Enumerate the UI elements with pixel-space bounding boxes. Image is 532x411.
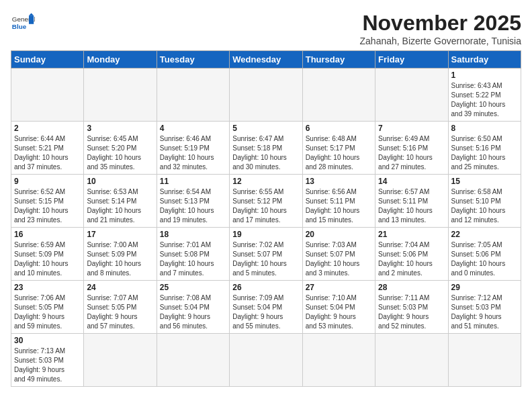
day-number: 16: [14, 230, 81, 239]
day-info: Sunrise: 7:00 AM Sunset: 5:09 PM Dayligh…: [87, 240, 153, 278]
day-info: Sunrise: 7:13 AM Sunset: 5:03 PM Dayligh…: [14, 347, 81, 384]
day-info: Sunrise: 7:07 AM Sunset: 5:05 PM Dayligh…: [87, 293, 153, 331]
calendar-cell: [448, 334, 521, 387]
calendar-cell: [84, 334, 157, 387]
calendar-cell: 28Sunrise: 7:11 AM Sunset: 5:03 PM Dayli…: [375, 281, 448, 334]
calendar-cell: 21Sunrise: 7:04 AM Sunset: 5:06 PM Dayli…: [375, 228, 448, 281]
calendar-cell: [157, 334, 229, 387]
day-number: 2: [14, 124, 81, 133]
weekday-header-tuesday: Tuesday: [157, 51, 229, 68]
calendar-cell: 25Sunrise: 7:08 AM Sunset: 5:04 PM Dayli…: [157, 281, 229, 334]
calendar-cell: 26Sunrise: 7:09 AM Sunset: 5:04 PM Dayli…: [230, 281, 302, 334]
day-number: 19: [232, 230, 299, 239]
calendar-cell: [302, 68, 375, 122]
calendar-cell: 5Sunrise: 6:47 AM Sunset: 5:18 PM Daylig…: [230, 122, 302, 175]
calendar-row: 16Sunrise: 6:59 AM Sunset: 5:09 PM Dayli…: [11, 228, 521, 281]
day-number: 4: [160, 124, 226, 133]
calendar-cell: 29Sunrise: 7:12 AM Sunset: 5:03 PM Dayli…: [448, 281, 521, 334]
calendar-cell: 2Sunrise: 6:44 AM Sunset: 5:21 PM Daylig…: [11, 122, 84, 175]
day-info: Sunrise: 6:52 AM Sunset: 5:15 PM Dayligh…: [14, 187, 81, 225]
day-number: 1: [451, 71, 518, 80]
calendar-cell: 10Sunrise: 6:53 AM Sunset: 5:14 PM Dayli…: [84, 175, 157, 228]
day-number: 11: [160, 177, 226, 186]
day-number: 28: [378, 283, 445, 292]
day-number: 12: [232, 177, 299, 186]
day-number: 14: [378, 177, 445, 186]
day-number: 21: [378, 230, 445, 239]
day-number: 22: [451, 230, 518, 239]
day-number: 29: [451, 283, 518, 292]
weekday-header-thursday: Thursday: [302, 51, 375, 68]
weekday-header-wednesday: Wednesday: [230, 51, 302, 68]
day-number: 6: [306, 124, 372, 133]
day-info: Sunrise: 7:05 AM Sunset: 5:06 PM Dayligh…: [451, 240, 518, 278]
day-info: Sunrise: 6:49 AM Sunset: 5:16 PM Dayligh…: [378, 134, 445, 172]
day-info: Sunrise: 6:43 AM Sunset: 5:22 PM Dayligh…: [451, 81, 518, 119]
weekday-header-sunday: Sunday: [11, 51, 84, 68]
day-info: Sunrise: 6:47 AM Sunset: 5:18 PM Dayligh…: [232, 134, 299, 172]
calendar-cell: 12Sunrise: 6:55 AM Sunset: 5:12 PM Dayli…: [230, 175, 302, 228]
title-block: November 2025 Zahanah, Bizerte Governora…: [360, 11, 521, 46]
day-info: Sunrise: 6:44 AM Sunset: 5:21 PM Dayligh…: [14, 134, 81, 172]
day-info: Sunrise: 6:57 AM Sunset: 5:11 PM Dayligh…: [378, 187, 445, 225]
day-info: Sunrise: 7:08 AM Sunset: 5:04 PM Dayligh…: [160, 293, 226, 331]
calendar-cell: 4Sunrise: 6:46 AM Sunset: 5:19 PM Daylig…: [157, 122, 229, 175]
day-info: Sunrise: 7:01 AM Sunset: 5:08 PM Dayligh…: [160, 240, 226, 278]
day-info: Sunrise: 6:54 AM Sunset: 5:13 PM Dayligh…: [160, 187, 226, 225]
day-info: Sunrise: 7:04 AM Sunset: 5:06 PM Dayligh…: [378, 240, 445, 278]
weekday-header-friday: Friday: [375, 51, 448, 68]
calendar: SundayMondayTuesdayWednesdayThursdayFrid…: [11, 50, 521, 387]
calendar-cell: 8Sunrise: 6:50 AM Sunset: 5:16 PM Daylig…: [448, 122, 521, 175]
day-info: Sunrise: 7:10 AM Sunset: 5:04 PM Dayligh…: [306, 293, 372, 331]
day-info: Sunrise: 7:11 AM Sunset: 5:03 PM Dayligh…: [378, 293, 445, 331]
calendar-cell: [375, 68, 448, 122]
subtitle: Zahanah, Bizerte Governorate, Tunisia: [360, 36, 521, 46]
weekday-header-row: SundayMondayTuesdayWednesdayThursdayFrid…: [11, 51, 521, 68]
day-info: Sunrise: 7:12 AM Sunset: 5:03 PM Dayligh…: [451, 293, 518, 331]
calendar-cell: [375, 334, 448, 387]
calendar-cell: 7Sunrise: 6:49 AM Sunset: 5:16 PM Daylig…: [375, 122, 448, 175]
calendar-cell: 9Sunrise: 6:52 AM Sunset: 5:15 PM Daylig…: [11, 175, 84, 228]
day-info: Sunrise: 6:50 AM Sunset: 5:16 PM Dayligh…: [451, 134, 518, 172]
calendar-cell: 20Sunrise: 7:03 AM Sunset: 5:07 PM Dayli…: [302, 228, 375, 281]
day-number: 13: [306, 177, 372, 186]
calendar-row: 30Sunrise: 7:13 AM Sunset: 5:03 PM Dayli…: [11, 334, 521, 387]
calendar-cell: 18Sunrise: 7:01 AM Sunset: 5:08 PM Dayli…: [157, 228, 229, 281]
day-number: 3: [87, 124, 153, 133]
day-number: 8: [451, 124, 518, 133]
calendar-cell: [11, 68, 84, 122]
day-number: 10: [87, 177, 153, 186]
calendar-cell: 3Sunrise: 6:45 AM Sunset: 5:20 PM Daylig…: [84, 122, 157, 175]
day-number: 15: [451, 177, 518, 186]
calendar-cell: [157, 68, 229, 122]
day-number: 24: [87, 283, 153, 292]
day-info: Sunrise: 7:09 AM Sunset: 5:04 PM Dayligh…: [232, 293, 299, 331]
day-info: Sunrise: 6:58 AM Sunset: 5:10 PM Dayligh…: [451, 187, 518, 225]
calendar-cell: [230, 334, 302, 387]
day-info: Sunrise: 6:55 AM Sunset: 5:12 PM Dayligh…: [232, 187, 299, 225]
day-number: 17: [87, 230, 153, 239]
calendar-cell: [230, 68, 302, 122]
header: General Blue November 2025 Zahanah, Bize…: [11, 11, 521, 46]
calendar-cell: 23Sunrise: 7:06 AM Sunset: 5:05 PM Dayli…: [11, 281, 84, 334]
day-number: 9: [14, 177, 81, 186]
calendar-cell: 30Sunrise: 7:13 AM Sunset: 5:03 PM Dayli…: [11, 334, 84, 387]
day-number: 7: [378, 124, 445, 133]
day-info: Sunrise: 7:06 AM Sunset: 5:05 PM Dayligh…: [14, 293, 81, 331]
svg-text:Blue: Blue: [12, 23, 27, 30]
day-info: Sunrise: 6:48 AM Sunset: 5:17 PM Dayligh…: [306, 134, 372, 172]
weekday-header-saturday: Saturday: [448, 51, 521, 68]
day-number: 30: [14, 336, 81, 345]
svg-marker-3: [29, 13, 34, 16]
day-info: Sunrise: 6:45 AM Sunset: 5:20 PM Dayligh…: [87, 134, 153, 172]
day-info: Sunrise: 6:53 AM Sunset: 5:14 PM Dayligh…: [87, 187, 153, 225]
calendar-cell: 1Sunrise: 6:43 AM Sunset: 5:22 PM Daylig…: [448, 68, 521, 122]
calendar-cell: 6Sunrise: 6:48 AM Sunset: 5:17 PM Daylig…: [302, 122, 375, 175]
day-info: Sunrise: 6:56 AM Sunset: 5:11 PM Dayligh…: [306, 187, 372, 225]
day-info: Sunrise: 7:02 AM Sunset: 5:07 PM Dayligh…: [232, 240, 299, 278]
calendar-row: 1Sunrise: 6:43 AM Sunset: 5:22 PM Daylig…: [11, 68, 521, 122]
calendar-row: 2Sunrise: 6:44 AM Sunset: 5:21 PM Daylig…: [11, 122, 521, 175]
day-info: Sunrise: 6:46 AM Sunset: 5:19 PM Dayligh…: [160, 134, 226, 172]
svg-marker-2: [29, 15, 34, 24]
logo-icon: General Blue: [11, 11, 35, 35]
